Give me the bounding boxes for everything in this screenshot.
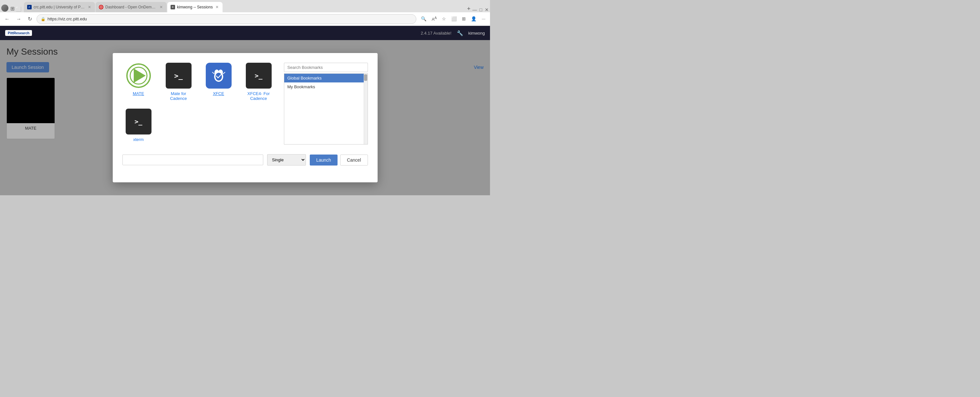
browser-window: ⊞ ⬜ P crc.pitt.edu | University of Pitts… [0,0,490,195]
browser-tab-ood[interactable]: Dashboard - Open OnDemand ✕ [95,2,167,12]
tab-favicon-sessions: ✕ [170,5,175,10]
modal-footer: Single Multi Launch Cancel [123,154,368,166]
apps-grid: MATE >_ Mate for Cadence [123,63,277,142]
minimize-button[interactable]: — [473,7,477,12]
lock-icon: 🔒 [41,17,46,21]
bookmarks-search-input[interactable] [284,63,368,72]
footer-select[interactable]: Single Multi [267,154,306,166]
tab-manager-icon-btn[interactable]: ⬜ [449,15,459,22]
tab-group-icon[interactable]: ⊞ [10,5,14,12]
tab-label-pitt: crc.pitt.edu | University of Pittsbu... [33,5,85,10]
app-label-mate-cadence[interactable]: Mate for Cadence [162,91,195,101]
app-icon-xterm: >_ [126,108,151,134]
app-logo: PittResearch [5,30,32,36]
tab-close-sessions[interactable]: ✕ [215,4,220,10]
tab-favicon-pitt: P [27,5,32,10]
tab-label-ood: Dashboard - Open OnDemand [105,5,157,10]
app-item-mate-cadence[interactable]: >_ Mate for Cadence [162,63,195,101]
close-button[interactable]: ✕ [485,7,489,12]
app-label-xterm[interactable]: xterm [133,137,144,142]
app-icon-mate-cadence: >_ [166,63,191,89]
tab-label-sessions: kimwong -- Sessions [177,5,213,10]
launch-modal: MATE >_ Mate for Cadence [113,53,378,182]
app-label-xfce4-cadence[interactable]: XFCE4- For Cadence [243,91,275,101]
modal-cancel-button[interactable]: Cancel [340,155,368,166]
app-item-xfce[interactable]: XFCE [202,63,235,96]
tab-bar: ⊞ ⬜ P crc.pitt.edu | University of Pitts… [0,0,490,12]
svg-line-9 [223,72,225,74]
nav-icons: 🔍 AA ☆ ⬜ ⊞ 👤 ··· [419,14,487,23]
bookmark-item-global[interactable]: Global Bookmarks [284,74,368,83]
app-label-xfce[interactable]: XFCE [213,91,224,96]
maximize-button[interactable]: □ [480,7,482,12]
profile-icon[interactable] [1,5,8,12]
app-item-xterm[interactable]: >_ xterm [123,108,155,142]
app-icon-mate [126,63,151,89]
username-label: kimwong [468,31,485,35]
version-badge: 2.4.17 Available! [421,31,452,35]
address-bar[interactable]: 🔒 https://viz.crc.pitt.edu [37,14,416,24]
svg-point-1 [101,7,102,8]
window-controls: — □ ✕ [473,7,489,12]
settings-icon[interactable]: 🔧 [457,30,463,36]
tab-favicon-ood [99,5,103,10]
bookmark-item-my[interactable]: My Bookmarks [284,83,368,91]
modal-apps-section: MATE >_ Mate for Cadence [123,63,277,145]
scrollbar-thumb [364,74,367,81]
reader-icon-btn[interactable]: AA [430,14,439,23]
browser-tab-pitt[interactable]: P crc.pitt.edu | University of Pittsbu..… [24,2,95,12]
more-icon-btn[interactable]: ··· [480,15,487,22]
tab-close-ood[interactable]: ✕ [159,4,164,10]
browser-tabs: P crc.pitt.edu | University of Pittsbu..… [24,2,465,12]
browser-tab-sessions[interactable]: ✕ kimwong -- Sessions ✕ [167,2,223,12]
modal-bookmarks-section: Global Bookmarks My Bookmarks [284,63,368,145]
tab-nav-icon[interactable]: ⬜ [16,6,21,12]
search-icon-btn[interactable]: 🔍 [419,15,428,22]
svg-marker-4 [134,69,146,83]
forward-button[interactable]: → [14,15,23,23]
app-icon-xfce4-cadence: >_ [246,63,272,89]
favorites-icon-btn[interactable]: ☆ [440,15,448,22]
nav-bar: ← → ↻ 🔒 https://viz.crc.pitt.edu 🔍 AA ☆ … [0,12,490,26]
refresh-button[interactable]: ↻ [26,14,34,23]
tab-close-pitt[interactable]: ✕ [87,4,92,10]
address-text: https://viz.crc.pitt.edu [48,16,412,21]
app-item-xfce4-cadence[interactable]: >_ XFCE4- For Cadence [243,63,275,101]
profile-icon-btn[interactable]: 👤 [469,15,478,22]
app-header: PittResearch 2.4.17 Available! 🔧 kimwong [0,26,490,40]
bookmarks-list: Global Bookmarks My Bookmarks [284,73,368,145]
collection-icon-btn[interactable]: ⊞ [460,15,468,22]
modal-overlay: MATE >_ Mate for Cadence [0,40,490,195]
app-header-right: 2.4.17 Available! 🔧 kimwong [421,30,485,36]
page-background: My Sessions Launch Session View MATE [0,40,490,195]
back-button[interactable]: ← [3,15,12,23]
modal-launch-button[interactable]: Launch [310,155,337,166]
svg-line-8 [212,72,215,74]
app-label-mate[interactable]: MATE [133,91,144,96]
app-item-mate[interactable]: MATE [123,63,155,96]
bookmarks-scrollbar[interactable] [364,74,368,144]
footer-actions: Launch Cancel [310,155,368,166]
new-tab-button[interactable]: + [465,5,473,12]
modal-body: MATE >_ Mate for Cadence [123,63,368,145]
app-icon-xfce [206,63,232,89]
footer-text-input[interactable] [123,155,263,165]
